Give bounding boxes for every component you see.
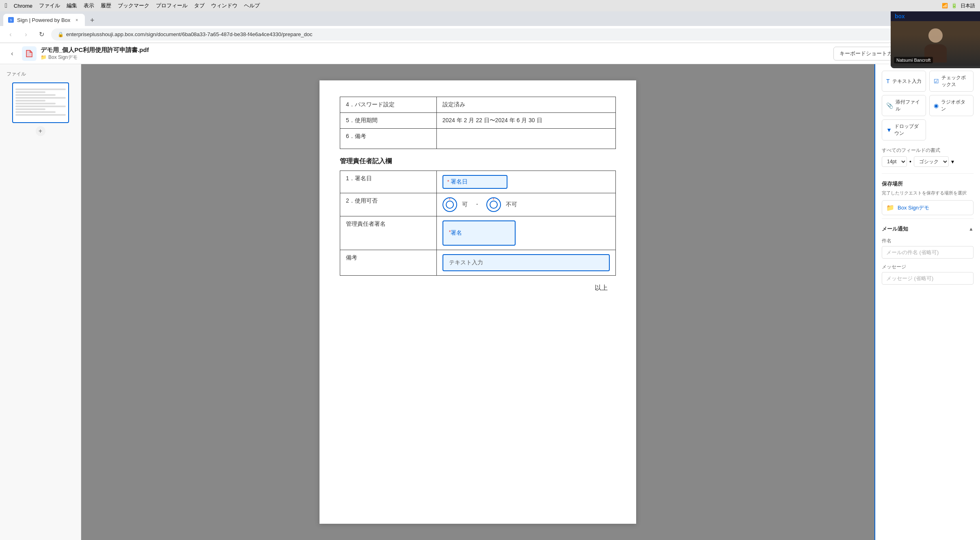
format-label: すべてのフィールドの書式 xyxy=(882,147,974,154)
battery-icon: 🔋 xyxy=(951,3,957,9)
menu-window[interactable]: ウィンドウ xyxy=(211,2,237,9)
box-logo: box xyxy=(895,13,905,19)
refresh-button[interactable]: ↻ xyxy=(36,29,47,40)
radio-required-1: * xyxy=(449,198,451,202)
menubar-right: 📶 🔋 日本語 xyxy=(942,2,975,9)
back-button[interactable]: ‹ xyxy=(5,29,16,40)
field-type-text-label: テキスト入力 xyxy=(892,78,922,85)
row-label-4: 4．パスワード設定 xyxy=(340,97,437,113)
table-row-date: 1．署名日 * 署名日 xyxy=(340,171,616,193)
doc-page: 4．パスワード設定 設定済み 5．使用期間 2024 年 2 月 22 日〜20… xyxy=(319,80,636,524)
sig-placeholder: 署名 xyxy=(451,229,462,237)
menu-tab[interactable]: タブ xyxy=(194,2,205,9)
email-notify-section: メール通知 ▲ 件名 メッセージ xyxy=(882,218,974,289)
admin-row-value-4: テキスト入力 xyxy=(436,250,615,276)
date-field[interactable]: * 署名日 xyxy=(443,175,507,189)
font-separator: • xyxy=(909,158,911,165)
storage-folder-icon: 📁 xyxy=(886,204,894,212)
signature-field[interactable]: * 署名 xyxy=(443,220,516,246)
url-bar[interactable]: 🔒 enterpriseplusshouji.app.box.com/sign/… xyxy=(51,28,918,41)
text-input-icon: T xyxy=(886,78,890,84)
apple-menu[interactable]:  xyxy=(5,2,7,9)
doc-info: デモ用_個人PC利用使用許可申請書.pdf 📁 Box Signデモ xyxy=(41,46,149,61)
field-type-dropdown[interactable]: ▼ ドロップダウン xyxy=(882,119,926,140)
subject-label: 件名 xyxy=(882,238,974,244)
message-input[interactable] xyxy=(882,272,974,285)
top-table: 4．パスワード設定 設定済み 5．使用期間 2024 年 2 月 22 日〜20… xyxy=(340,97,616,149)
admin-row-label-2: 2．使用可否 xyxy=(340,193,437,216)
menu-view[interactable]: 表示 xyxy=(84,2,94,9)
tab-title: Sign | Powered by Box xyxy=(17,17,70,23)
admin-row-value-1: * 署名日 xyxy=(436,171,615,193)
radio-label-1: 可 xyxy=(462,201,468,208)
content-area: ファイル + xyxy=(0,64,980,540)
radio-option-2[interactable]: * xyxy=(486,197,501,212)
admin-row-value-3: * 署名 xyxy=(436,216,615,250)
email-notify-header[interactable]: メール通知 ▲ xyxy=(882,225,974,233)
url-text: enterpriseplusshouji.app.box.com/sign/do… xyxy=(66,31,312,37)
attachment-icon: 📎 xyxy=(886,102,893,109)
menu-history[interactable]: 履歴 xyxy=(101,2,111,9)
active-tab[interactable]: S Sign | Powered by Box × xyxy=(3,14,85,26)
doc-footer: 以上 xyxy=(340,284,616,292)
menu-profile[interactable]: プロフィール xyxy=(156,2,188,9)
thumb-line-4 xyxy=(15,97,66,99)
thumb-line-2 xyxy=(15,91,45,93)
field-types-grid: T テキスト入力 ☑ チェックボックス 📎 添付ファイル ◉ ラジオボタン xyxy=(882,71,974,140)
video-overlay: box Natsumi Bancroft xyxy=(891,11,980,68)
menu-help[interactable]: ヘルプ xyxy=(244,2,260,9)
radio-label-2: 不可 xyxy=(506,201,517,208)
field-type-radio[interactable]: ◉ ラジオボタン xyxy=(929,95,974,116)
row-value-6 xyxy=(436,129,615,149)
text-field[interactable]: テキスト入力 xyxy=(443,254,610,271)
files-sidebar-title: ファイル xyxy=(6,71,74,78)
expand-icon: ▲ xyxy=(969,226,974,232)
message-label: メッセージ xyxy=(882,264,974,270)
folder-icon: 📁 xyxy=(41,54,47,60)
right-panel: T テキスト入力 ☑ チェックボックス 📎 添付ファイル ◉ ラジオボタン xyxy=(874,64,980,540)
admin-table: 1．署名日 * 署名日 2．使用可否 xyxy=(340,171,616,276)
font-size-select[interactable]: 14pt xyxy=(882,156,907,167)
ssl-icon: 🔒 xyxy=(58,32,64,37)
checkbox-icon: ☑ xyxy=(934,78,939,84)
field-type-text[interactable]: T テキスト入力 xyxy=(882,71,926,92)
doc-type-icon xyxy=(22,46,37,61)
forward-button[interactable]: › xyxy=(20,29,32,40)
page-thumbnail[interactable] xyxy=(12,82,69,123)
doc-subtitle: 📁 Box Signデモ xyxy=(41,54,149,61)
table-row-notes: 備考 テキスト入力 xyxy=(340,250,616,276)
sidebar-toggle[interactable]: ‹ xyxy=(6,48,18,59)
table-row-radio: 2．使用可否 * 可 ・ * xyxy=(340,193,616,216)
table-row: 4．パスワード設定 設定済み xyxy=(340,97,616,113)
clock: 日本語 xyxy=(961,2,975,9)
radio-option-1[interactable]: * xyxy=(443,197,457,212)
font-name-select[interactable]: ゴシック xyxy=(914,156,949,167)
video-header: box xyxy=(891,11,980,21)
menu-chrome[interactable]: Chrome xyxy=(14,3,32,9)
font-arrow: ▾ xyxy=(951,158,954,165)
menu-file[interactable]: ファイル xyxy=(39,2,60,9)
new-tab-button[interactable]: + xyxy=(86,15,98,26)
app-topbar: ‹ デモ用_個人PC利用使用許可申請書.pdf 📁 Box Signデモ キーボ… xyxy=(0,43,980,64)
files-sidebar: ファイル + xyxy=(0,64,81,540)
field-type-checkbox-label: チェックボックス xyxy=(941,74,969,88)
admin-row-label-3: 管理責任者署名 xyxy=(340,216,437,250)
mac-menubar:  Chrome ファイル 編集 表示 履歴 ブックマーク プロフィール タブ … xyxy=(0,0,980,11)
field-type-checkbox[interactable]: ☑ チェックボックス xyxy=(929,71,974,92)
subject-input[interactable] xyxy=(882,246,974,259)
storage-section: 保存場所 完了したリクエストを保存する場所を選択 📁 Box Signデモ xyxy=(882,173,974,215)
doc-title: デモ用_個人PC利用使用許可申請書.pdf xyxy=(41,46,149,54)
menu-bookmarks[interactable]: ブックマーク xyxy=(118,2,149,9)
separator: ・ xyxy=(474,201,480,208)
row-value-4: 設定済み xyxy=(436,97,615,113)
email-notify-title: メール通知 xyxy=(882,225,908,233)
address-bar: ‹ › ↻ 🔒 enterpriseplusshouji.app.box.com… xyxy=(0,26,980,43)
doc-viewer[interactable]: 4．パスワード設定 設定済み 5．使用期間 2024 年 2 月 22 日〜20… xyxy=(81,64,874,540)
add-page-button[interactable]: + xyxy=(36,126,45,136)
thumb-content xyxy=(13,86,68,119)
radio-group: * 可 ・ * 不可 xyxy=(443,197,610,212)
menu-edit[interactable]: 編集 xyxy=(67,2,77,9)
field-type-attachment[interactable]: 📎 添付ファイル xyxy=(882,95,926,116)
storage-folder-btn[interactable]: 📁 Box Signデモ xyxy=(882,200,974,215)
tab-close-btn[interactable]: × xyxy=(73,17,80,23)
